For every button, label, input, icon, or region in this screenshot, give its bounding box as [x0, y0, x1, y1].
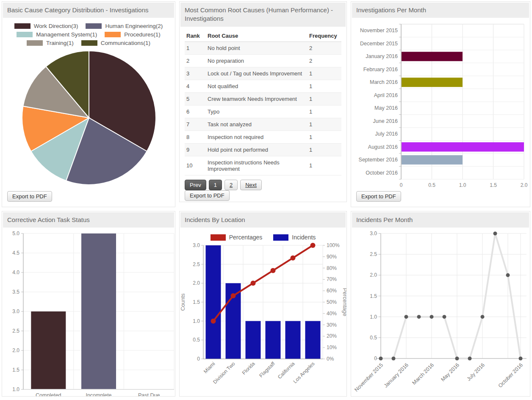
column-header-rank: Rank	[185, 29, 206, 42]
category-label: December 2015	[360, 41, 398, 47]
y-axis-title: Counts	[180, 293, 186, 311]
tick-label: 2.0	[521, 182, 528, 188]
table-row: 1No hold point2	[185, 42, 341, 54]
legend-label: Communications(1)	[101, 40, 150, 46]
tick-label: 3.5	[12, 289, 19, 295]
pie-chart	[2, 47, 175, 189]
tick-label: 2.5	[193, 261, 200, 267]
root-cause-cell: No preparation	[206, 54, 308, 67]
corrective-action-chart: 1.01.52.02.53.03.54.04.55.0CompletedInco…	[2, 228, 175, 397]
category-label: May 2016	[374, 106, 398, 111]
legend-label: Percentages	[229, 234, 263, 241]
legend-item: Human Engineering(2)	[86, 23, 163, 29]
export-pdf-button[interactable]: Export to PDF	[356, 191, 401, 202]
right-tick-label: 20%	[327, 333, 337, 339]
export-pdf-button[interactable]: Export to PDF	[7, 191, 52, 202]
x-axis-title: Incidents By Location	[237, 396, 289, 397]
table-row: 9Hold point not performed1	[185, 143, 341, 156]
root-cause-cell: No hold point	[206, 42, 308, 54]
column-header-frequency: Frequency	[308, 29, 341, 42]
frequency-cell: 2	[308, 54, 341, 67]
tick-label: 4.0	[12, 269, 19, 275]
legend-item: Communications(1)	[81, 40, 150, 46]
line-marker	[251, 281, 256, 286]
tick-label: 5.0	[12, 231, 19, 236]
tick-label: 0.5	[428, 182, 435, 188]
tick-label: 0	[197, 356, 200, 362]
category-label: January 2016	[383, 362, 410, 389]
bar	[402, 156, 463, 165]
category-label: January 2016	[366, 54, 398, 60]
frequency-cell: 1	[308, 143, 341, 156]
frequency-cell: 1	[308, 92, 341, 105]
right-tick-label: 70%	[327, 277, 337, 283]
frequency-cell: 1	[308, 80, 341, 92]
pie-legend: Work Direction(3)Human Engineering(2)Man…	[2, 19, 175, 47]
next-page-button[interactable]: Next	[240, 180, 262, 190]
right-tick-label: 100%	[327, 242, 340, 248]
table-row: 7Task not analyzed1	[185, 118, 341, 131]
tick-label: 1.0	[12, 386, 19, 392]
rank-cell: 2	[185, 54, 206, 67]
bar	[206, 245, 221, 359]
rank-cell: 9	[185, 143, 206, 156]
legend-label: Human Engineering(2)	[105, 23, 163, 29]
legend-swatch	[86, 23, 102, 29]
panel-incidents-by-location: Incidents By Location PercentagesInciden…	[179, 211, 347, 397]
panel-title: Incidents Per Month	[352, 212, 529, 228]
tick-label: 2.0	[370, 272, 377, 278]
category-label: October 2016	[497, 362, 524, 389]
legend-label: Management System(1)	[36, 31, 97, 38]
bar	[31, 311, 66, 389]
category-label: August 2016	[368, 144, 398, 150]
right-tick-label: 50%	[327, 299, 337, 305]
root-cause-cell: Task not analyzed	[206, 118, 308, 131]
category-label: April 2016	[374, 92, 398, 98]
legend-label: Training(1)	[46, 40, 74, 46]
incidents-by-location-chart: 00.51.01.52.02.53.00%10%20%30%40%50%60%7…	[180, 242, 346, 397]
table-body: 1No hold point22No preparation23Lock out…	[185, 42, 341, 175]
right-tick-label: 30%	[327, 322, 337, 328]
panel-title: Corrective Action Task Status	[3, 212, 174, 228]
tick-label: 0	[400, 182, 403, 188]
tick-label: 3.0	[193, 242, 200, 248]
panel-corrective-action-status: Corrective Action Task Status 1.01.52.02…	[2, 211, 175, 397]
tick-label: 1.5	[12, 367, 19, 373]
legend-item: Work Direction(3)	[14, 23, 78, 29]
root-cause-cell: Not qualified	[206, 80, 308, 92]
pareto-legend: PercentagesIncidents	[180, 228, 346, 242]
legend-label: Incidents	[292, 234, 316, 241]
table-row: 5Crew teamwork Needs Improvement1	[185, 92, 341, 105]
tick-label: 2.0	[12, 347, 19, 353]
page-2-button[interactable]: 2	[224, 180, 238, 190]
tick-label: 1.5	[490, 182, 497, 188]
legend-label: Work Direction(3)	[34, 23, 78, 29]
line-marker	[211, 319, 216, 324]
bar	[305, 321, 321, 359]
legend-item: Incidents	[273, 234, 316, 241]
export-pdf-button[interactable]: Export to PDF	[185, 190, 230, 201]
prev-page-button[interactable]: Prev	[185, 180, 206, 190]
rank-cell: 5	[185, 92, 206, 105]
bar	[402, 142, 524, 152]
right-tick-label: 0%	[327, 356, 334, 362]
investigations-per-month-chart: 00.51.01.52.0November 2015December 2015J…	[351, 19, 530, 190]
page-1-button[interactable]: 1	[209, 180, 222, 190]
legend-swatch	[17, 32, 33, 37]
panel-incidents-per-month: Incidents Per Month 00.51.01.52.02.53.0N…	[351, 211, 530, 397]
category-label: October 2016	[366, 170, 398, 176]
line-marker	[231, 293, 236, 298]
frequency-cell: 1	[308, 105, 341, 118]
bar	[246, 321, 261, 359]
category-label: September 2016	[359, 157, 398, 163]
root-cause-cell: Inspection not required	[206, 131, 308, 143]
table-row: 8Inspection not required1	[185, 131, 341, 143]
panel-footer: Export to PDF	[2, 191, 175, 207]
category-label: Flagstaff	[258, 361, 276, 379]
tick-label: 1.0	[370, 314, 377, 320]
pagination: Prev 1 2 Next	[180, 175, 346, 190]
table-row: 10Inspection instructions Needs Improvem…	[185, 156, 341, 175]
category-label: June 2016	[373, 118, 398, 124]
table-row: 4Not qualified1	[185, 80, 341, 92]
category-label: Completed	[36, 392, 61, 397]
